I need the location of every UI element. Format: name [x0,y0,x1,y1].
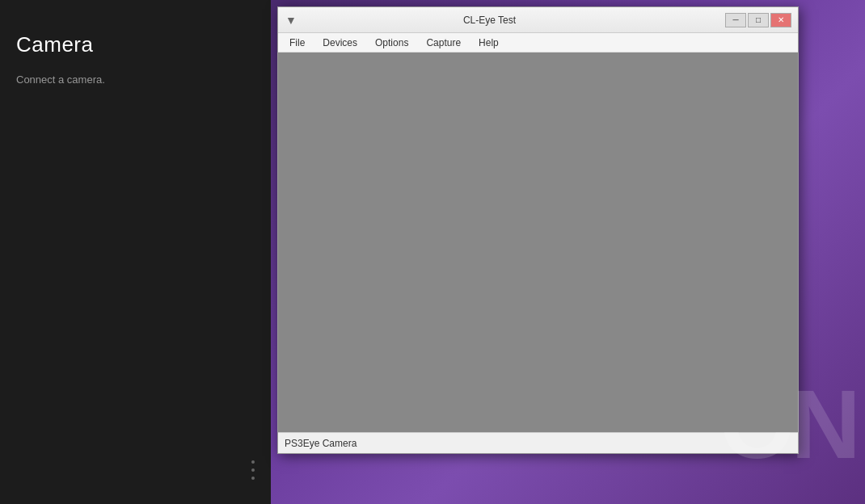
app-icon: ▼ [285,14,297,27]
status-text: PS3Eye Camera [285,438,357,449]
dot-2 [251,468,255,472]
camera-viewport [278,52,798,432]
app-window: ▼ CL-Eye Test ─ □ ✕ File Devices Options… [277,6,799,454]
dot-3 [251,477,255,480]
menu-bar: File Devices Options Capture Help [278,33,798,52]
three-dots [251,460,255,480]
window-title: CL-Eye Test [302,15,677,26]
dot-1 [251,460,255,464]
minimize-button[interactable]: ─ [725,13,746,27]
restore-button[interactable]: □ [748,13,769,27]
sidebar-title: Camera [16,32,255,57]
menu-help[interactable]: Help [470,33,507,52]
sidebar: Camera Connect a camera. [0,0,271,504]
right-background: ON ▼ CL-Eye Test ─ □ ✕ File Devices Opti… [271,0,865,504]
close-button[interactable]: ✕ [770,13,791,27]
status-bar: PS3Eye Camera [278,432,798,453]
menu-capture[interactable]: Capture [418,33,469,52]
menu-devices[interactable]: Devices [314,33,365,52]
menu-options[interactable]: Options [367,33,416,52]
window-controls: ─ □ ✕ [725,13,791,27]
sidebar-subtitle: Connect a camera. [16,74,255,86]
sidebar-dots [16,460,255,488]
menu-file[interactable]: File [281,33,313,52]
title-bar: ▼ CL-Eye Test ─ □ ✕ [278,7,798,33]
